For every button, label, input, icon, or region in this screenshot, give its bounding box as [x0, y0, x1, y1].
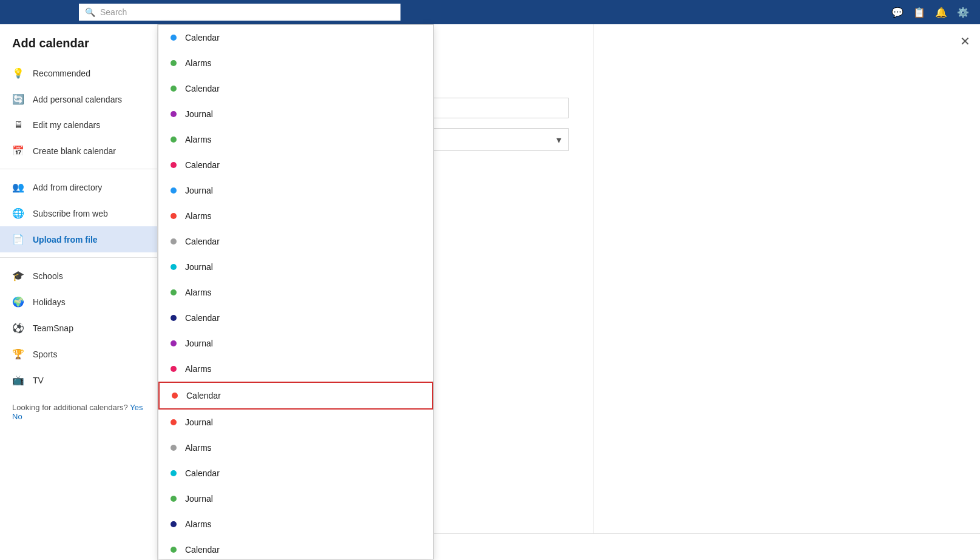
dropdown-item-label: Alarms	[185, 519, 212, 529]
dropdown-item[interactable]: Calendar	[158, 76, 433, 101]
calendar-color-dot	[171, 419, 177, 425]
sidebar-label-schools: Schools	[33, 271, 63, 281]
search-box[interactable]: 🔍 Search	[79, 4, 400, 21]
sidebar-label-recommended: Recommended	[33, 69, 90, 78]
dropdown-item[interactable]: Calendar	[158, 152, 433, 178]
calendar-color-dot	[171, 521, 177, 527]
edit-my-icon: 🖥	[12, 120, 24, 130]
dropdown-item[interactable]: Calendar	[158, 460, 433, 486]
dropdown-item-label: Calendar	[185, 33, 220, 42]
dropdown-item-label: Alarms	[185, 211, 212, 221]
calendar-color-dot	[171, 340, 177, 346]
top-bar: 🔍 Search 💬 📋 🔔 ⚙️	[0, 0, 980, 24]
dropdown-item[interactable]: Journal	[158, 410, 433, 435]
calendar-color-dot	[171, 111, 177, 117]
sidebar-item-tv[interactable]: 📺 TV	[0, 367, 157, 393]
dropdown-scroll[interactable]: CalendarAlarmsCalendarJournalAlarmsCalen…	[158, 25, 433, 559]
dropdown-item[interactable]: Alarms	[158, 280, 433, 305]
sidebar-label-edit-my: Edit my calendars	[33, 120, 100, 130]
create-blank-icon: 📅	[12, 145, 24, 157]
sidebar-footer: Looking for additional calendars? Yes No	[0, 393, 157, 431]
dropdown-item-label: Calendar	[185, 468, 220, 478]
sports-icon: 🏆	[12, 348, 24, 360]
subscribe-web-icon: 🌐	[12, 207, 24, 219]
calendar-color-dot	[171, 315, 177, 321]
sidebar-label-tv: TV	[33, 376, 44, 385]
calendar-color-dot	[171, 35, 177, 41]
main-area: Add calendar 💡 Recommended 🔄 Add persona…	[0, 24, 980, 560]
sidebar-item-edit-my[interactable]: 🖥 Edit my calendars	[0, 112, 157, 138]
dropdown-item[interactable]: Calendar	[158, 537, 433, 559]
dropdown-item[interactable]: Journal	[158, 178, 433, 203]
tv-icon: 📺	[12, 374, 24, 386]
calendar-color-dot	[171, 162, 177, 168]
dropdown-item[interactable]: Calendar	[158, 25, 433, 50]
feedback-icon[interactable]: 📋	[910, 2, 929, 22]
calendar-color-dot	[171, 137, 177, 143]
right-panel: ✕	[593, 24, 980, 560]
chat-icon[interactable]: 💬	[888, 2, 907, 22]
sidebar-item-sports[interactable]: 🏆 Sports	[0, 341, 157, 367]
sidebar-label-create-blank: Create blank calendar	[33, 146, 116, 156]
dropdown-item[interactable]: Alarms	[158, 511, 433, 537]
calendar-color-dot	[171, 187, 177, 194]
recommended-icon: 💡	[12, 67, 24, 79]
dropdown-item-label: Journal	[185, 262, 213, 272]
dropdown-item-label: Alarms	[185, 443, 212, 453]
dropdown-item[interactable]: Journal	[158, 101, 433, 127]
calendar-color-dot	[172, 393, 178, 399]
bell-icon[interactable]: 🔔	[931, 2, 951, 22]
sidebar-item-schools[interactable]: 🎓 Schools	[0, 263, 157, 289]
calendar-color-dot	[171, 547, 177, 553]
sidebar-divider-1	[0, 169, 157, 169]
sidebar-item-create-blank[interactable]: 📅 Create blank calendar	[0, 138, 157, 164]
dropdown-item[interactable]: Alarms	[158, 50, 433, 76]
calendar-dropdown: CalendarAlarmsCalendarJournalAlarmsCalen…	[158, 24, 434, 559]
sidebar-divider-2	[0, 257, 157, 258]
dropdown-item-label: Alarms	[185, 288, 212, 297]
dropdown-item[interactable]: Calendar	[158, 229, 433, 254]
dropdown-item[interactable]: Calendar	[158, 382, 433, 410]
dropdown-item-label: Journal	[185, 109, 213, 119]
footer-text: Looking for additional calendars?	[12, 403, 128, 412]
calendar-color-dot	[171, 238, 177, 245]
dropdown-item[interactable]: Journal	[158, 254, 433, 280]
calendar-color-dot	[171, 445, 177, 451]
settings-icon[interactable]: ⚙️	[953, 2, 973, 22]
sidebar-label-add-directory: Add from directory	[33, 183, 102, 192]
footer-no[interactable]: No	[12, 412, 22, 421]
dropdown-item[interactable]: Alarms	[158, 203, 433, 229]
sidebar-item-add-personal[interactable]: 🔄 Add personal calendars	[0, 86, 157, 112]
schools-icon: 🎓	[12, 270, 24, 282]
sidebar-item-upload-file[interactable]: 📄 Upload from file	[0, 226, 157, 252]
sidebar-label-add-personal: Add personal calendars	[33, 95, 122, 104]
calendar-color-dot	[171, 213, 177, 219]
dropdown-item[interactable]: Calendar	[158, 305, 433, 331]
dropdown-item[interactable]: Alarms	[158, 435, 433, 460]
dropdown-item[interactable]: Journal	[158, 331, 433, 356]
sidebar-item-add-directory[interactable]: 👥 Add from directory	[0, 174, 157, 200]
dropdown-item-label: Alarms	[185, 364, 212, 374]
sidebar-item-teamsnap[interactable]: ⚽ TeamSnap	[0, 315, 157, 341]
sidebar-item-subscribe-web[interactable]: 🌐 Subscribe from web	[0, 200, 157, 226]
dropdown-item[interactable]: Alarms	[158, 356, 433, 382]
calendar-color-dot	[171, 470, 177, 476]
holidays-icon: 🌍	[12, 296, 24, 308]
sidebar-item-holidays[interactable]: 🌍 Holidays	[0, 289, 157, 315]
dropdown-item[interactable]: Alarms	[158, 127, 433, 152]
search-icon: 🔍	[85, 7, 95, 17]
calendar-color-dot	[171, 289, 177, 295]
dropdown-item[interactable]: Journal	[158, 486, 433, 511]
sidebar-label-teamsnap: TeamSnap	[33, 323, 73, 333]
search-placeholder: Search	[100, 7, 127, 17]
dropdown-item-label: Calendar	[185, 313, 220, 323]
calendar-color-dot	[171, 60, 177, 66]
sidebar-title: Add calendar	[0, 24, 157, 60]
sidebar-item-recommended[interactable]: 💡 Recommended	[0, 60, 157, 86]
calendar-color-dot	[171, 86, 177, 92]
close-button[interactable]: ✕	[960, 34, 970, 49]
topbar-icons: 💬 📋 🔔 ⚙️	[888, 2, 980, 22]
add-personal-icon: 🔄	[12, 93, 24, 105]
footer-yes[interactable]: Yes	[130, 403, 143, 412]
sidebar-label-sports: Sports	[33, 349, 57, 359]
